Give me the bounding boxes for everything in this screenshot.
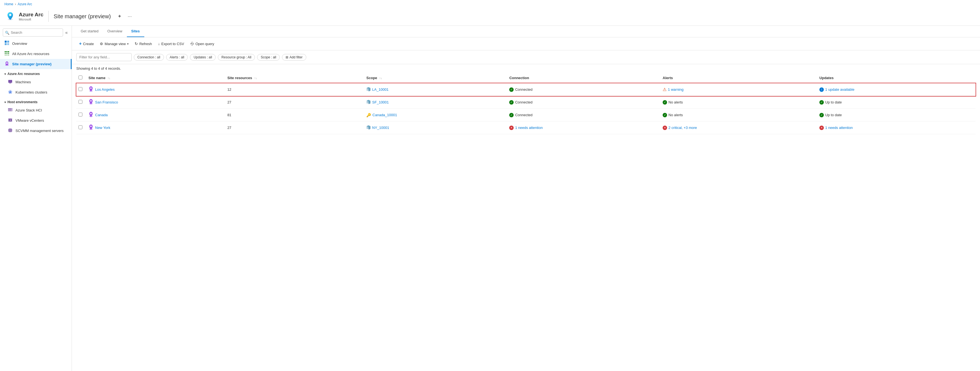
- export-csv-button[interactable]: ↓ Export to CSV: [155, 40, 187, 48]
- manage-view-button[interactable]: ⚙ Manage view ▾: [97, 40, 131, 48]
- update-ok-icon-ca: ✓: [819, 113, 824, 117]
- update-ok-icon-sf: ✓: [819, 100, 824, 105]
- create-button[interactable]: + Create: [76, 40, 97, 48]
- svg-rect-33: [9, 131, 12, 132]
- refresh-button[interactable]: ↻ Refresh: [132, 40, 155, 48]
- svg-rect-11: [8, 53, 9, 54]
- svg-rect-5: [7, 43, 9, 45]
- tab-sites[interactable]: Sites: [127, 26, 144, 37]
- site-link-new-york[interactable]: New York: [95, 126, 110, 130]
- sidebar-item-site-manager[interactable]: Site manager (preview): [0, 59, 72, 69]
- col-updates[interactable]: Updates: [816, 73, 975, 83]
- collapse-sidebar-button[interactable]: «: [64, 29, 69, 36]
- sidebar-item-hci-label: Azure Stack HCI: [16, 108, 42, 112]
- row-checkbox-canada[interactable]: [78, 113, 83, 117]
- connection-status-ca: Connected: [515, 113, 533, 117]
- tab-overview[interactable]: Overview: [103, 26, 127, 37]
- sidebar-item-scvmm[interactable]: SCVMM management servers: [0, 126, 72, 136]
- update-link-ny[interactable]: 1 needs attention: [825, 126, 853, 130]
- col-site-resources[interactable]: Site resources ↑↓: [224, 73, 363, 83]
- sort-icon-site-name: ↑↓: [108, 77, 110, 80]
- sidebar-item-vmware-label: VMware vCenters: [16, 118, 44, 123]
- location-pin-icon: [89, 86, 94, 93]
- gear-icon: ⚙: [100, 42, 103, 46]
- vmware-icon: [8, 118, 13, 123]
- sort-icon-scope: ↑↓: [379, 77, 382, 80]
- scope-link-ny[interactable]: NY_10001: [372, 126, 389, 130]
- scope-link-ca[interactable]: Canada_10001: [372, 113, 397, 117]
- more-options-button[interactable]: ···: [126, 13, 134, 21]
- sidebar-section-host-envs[interactable]: ▾ Host environments: [0, 98, 72, 105]
- svg-point-51: [92, 129, 93, 130]
- location-pin-icon-ca: [89, 112, 94, 118]
- scope-link-la[interactable]: LA_10001: [372, 88, 388, 91]
- page-header: Azure Arc Microsoft Site manager (previe…: [0, 8, 980, 26]
- filter-scope-pill[interactable]: Scope : all: [257, 54, 280, 61]
- select-all-checkbox[interactable]: [78, 75, 83, 79]
- connected-check-la: ✓: [509, 88, 514, 92]
- app-subtitle: Microsoft: [19, 18, 43, 21]
- alert-link-la[interactable]: 1 warning: [668, 88, 683, 91]
- row-checkbox-new-york[interactable]: [78, 125, 83, 129]
- update-status-ca: Up to date: [825, 113, 842, 117]
- scope-cube-icon-ny: [366, 125, 371, 130]
- tab-get-started[interactable]: Get started: [76, 26, 103, 37]
- connection-link-ny[interactable]: 1 needs attention: [515, 126, 542, 130]
- update-error-icon-ny: ✕: [819, 126, 824, 130]
- alert-error-icon-ny: ✕: [663, 126, 667, 130]
- chevron-down-icon-2: ▾: [5, 101, 6, 104]
- sidebar-item-scvmm-label: SCVMM management servers: [16, 129, 64, 133]
- svg-point-30: [10, 120, 11, 121]
- svg-rect-7: [6, 51, 8, 52]
- sidebar-item-kubernetes[interactable]: Kubernetes clusters: [0, 87, 72, 98]
- breadcrumb-current[interactable]: Azure Arc: [18, 2, 32, 6]
- sidebar-item-all-resources[interactable]: All Azure Arc resources: [0, 49, 72, 59]
- col-alerts[interactable]: Alerts: [659, 73, 816, 83]
- page-title: Site manager (preview): [54, 13, 111, 20]
- svg-rect-6: [5, 51, 6, 52]
- site-link-los-angeles[interactable]: Los Angeles: [95, 88, 115, 91]
- scope-cube-icon-sf: [366, 99, 371, 105]
- row-checkbox-los-angeles[interactable]: [78, 87, 83, 91]
- update-info-icon-la: i: [819, 88, 824, 92]
- add-filter-button[interactable]: ⊞ Add filter: [282, 54, 306, 61]
- col-connection[interactable]: Connection: [506, 73, 659, 83]
- scope-link-sf[interactable]: SF_10001: [372, 100, 389, 104]
- sidebar-item-vmware[interactable]: VMware vCenters: [0, 115, 72, 126]
- update-link-la[interactable]: 1 update available: [825, 88, 854, 91]
- site-link-canada[interactable]: Canada: [95, 113, 108, 117]
- overview-icon: [5, 40, 10, 46]
- tabs-bar: Get started Overview Sites: [72, 26, 980, 37]
- open-query-button[interactable]: ⛗ Open query: [188, 40, 217, 48]
- site-link-san-fransisco[interactable]: San Fransisco: [95, 100, 118, 104]
- alert-status-sf: No alerts: [668, 100, 683, 104]
- col-site-name[interactable]: Site name ↑↓: [85, 73, 224, 83]
- svg-point-17: [8, 64, 9, 66]
- connected-check-sf: ✓: [509, 100, 514, 105]
- filter-resource-group-pill[interactable]: Resource group : All: [218, 54, 255, 61]
- filter-updates-pill[interactable]: Updates : all: [190, 54, 216, 61]
- filter-input[interactable]: [76, 53, 132, 61]
- records-count: Showing 4 to 4 of 4 records.: [72, 64, 980, 73]
- alert-link-ny[interactable]: 2 critical, +3 more: [668, 126, 697, 130]
- breadcrumb-home[interactable]: Home: [5, 2, 13, 6]
- breadcrumb-separator: ›: [15, 2, 16, 6]
- sidebar-section-arc-resources[interactable]: ▾ Azure Arc resources: [0, 69, 72, 77]
- alert-warn-icon-la: ⚠: [663, 87, 667, 92]
- sort-icon-resources: ↑↓: [255, 77, 257, 80]
- filter-connection-pill[interactable]: Connection : all: [134, 54, 164, 61]
- row-checkbox-san-fransisco[interactable]: [78, 100, 83, 104]
- sidebar-item-machines[interactable]: Machines: [0, 77, 72, 87]
- sidebar-search-input[interactable]: [3, 29, 63, 37]
- resources-count-ny: 27: [227, 126, 231, 130]
- table-container: Site name ↑↓ Site resources ↑↓ Scope ↑↓: [72, 73, 980, 134]
- sidebar: 🔍 « Overview All Azure Arc resources: [0, 26, 72, 371]
- svg-point-1: [9, 14, 11, 16]
- sidebar-item-overview[interactable]: Overview: [0, 38, 72, 49]
- svg-rect-13: [6, 54, 8, 56]
- col-scope[interactable]: Scope ↑↓: [363, 73, 506, 83]
- sidebar-item-azure-stack-hci[interactable]: Azure Stack HCI: [0, 105, 72, 115]
- pin-button[interactable]: ✦: [116, 12, 123, 21]
- filter-alerts-pill[interactable]: Alerts : all: [166, 54, 188, 61]
- svg-rect-12: [5, 54, 6, 56]
